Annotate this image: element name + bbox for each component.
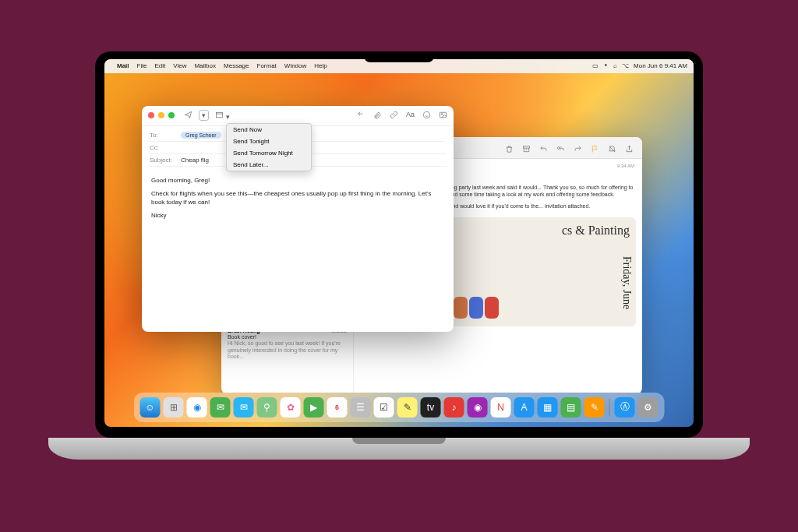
- dock-music[interactable]: ♪: [444, 397, 464, 417]
- dock-calendar[interactable]: 6: [327, 397, 348, 417]
- svg-point-4: [441, 113, 443, 115]
- macbook-frame: Mail File Edit View Mailbox Message Form…: [95, 51, 703, 460]
- send-tomorrow-night-item[interactable]: Send Tomorrow Night: [227, 147, 311, 159]
- reply-icon[interactable]: [539, 143, 549, 152]
- menu-file[interactable]: File: [137, 62, 147, 69]
- display: Mail File Edit View Mailbox Message Form…: [104, 59, 694, 427]
- dock-settings[interactable]: ⚙: [638, 397, 659, 417]
- dock-reminders[interactable]: ☑: [374, 397, 394, 417]
- dock-launchpad[interactable]: ⊞: [164, 397, 184, 417]
- dock-safari[interactable]: ◉: [187, 397, 207, 417]
- dock-finder[interactable]: ☺: [140, 397, 161, 417]
- compose-body[interactable]: Good morning, Greg! Check for flights wh…: [142, 170, 454, 231]
- dock-facetime[interactable]: ▶: [304, 397, 324, 417]
- format-text-icon[interactable]: Aa: [406, 111, 415, 121]
- photo-icon[interactable]: [439, 111, 447, 121]
- window-controls: [148, 112, 175, 118]
- send-later-dropdown-icon[interactable]: ▾: [199, 110, 209, 121]
- compose-window[interactable]: ▾ ▾ Aa Send Now Send Tonight Sen: [142, 106, 454, 332]
- emoji-icon[interactable]: [422, 111, 431, 121]
- dock-mail[interactable]: ✉: [234, 397, 254, 417]
- body-line: Check for flights when you see this—the …: [151, 189, 444, 206]
- dock-keynote[interactable]: ▦: [538, 397, 558, 417]
- laptop-base: [48, 438, 750, 460]
- dock-contacts[interactable]: ☰: [351, 397, 371, 417]
- menubar-app-name[interactable]: Mail: [117, 62, 129, 69]
- reply-format-icon[interactable]: [357, 111, 365, 121]
- menu-message[interactable]: Message: [224, 62, 249, 69]
- menu-edit[interactable]: Edit: [154, 62, 165, 69]
- send-tonight-item[interactable]: Send Tonight: [227, 136, 311, 147]
- cc-label: Cc:: [150, 144, 181, 151]
- subject-field[interactable]: Cheap flig: [181, 157, 209, 164]
- attach-icon[interactable]: [373, 111, 382, 121]
- dock-podcasts[interactable]: ◉: [468, 397, 488, 417]
- reply-all-icon[interactable]: [556, 143, 566, 152]
- dock-messages[interactable]: ✉: [210, 397, 231, 417]
- wifi-icon[interactable]: ⚬: [603, 62, 609, 69]
- mute-icon[interactable]: [608, 143, 617, 152]
- forward-icon[interactable]: [574, 143, 583, 152]
- share-icon[interactable]: [625, 143, 634, 152]
- zoom-button[interactable]: [168, 112, 175, 118]
- cc-field[interactable]: [181, 144, 446, 150]
- dock-separator: [609, 399, 610, 416]
- battery-icon[interactable]: ▭: [592, 62, 598, 69]
- dock: ☺ ⊞ ◉ ✉ ✉ ⚲ ✿ ▶ 6 ☰ ☑ ✎ tv ♪ ◉ N A ▦ ▤ ✎: [134, 393, 665, 422]
- menu-format[interactable]: Format: [257, 62, 277, 69]
- menu-mailbox[interactable]: Mailbox: [194, 62, 216, 69]
- link-icon[interactable]: [390, 111, 398, 121]
- message-timestamp: 9:34 AM: [617, 164, 634, 168]
- dock-tv[interactable]: tv: [421, 397, 441, 417]
- dock-maps[interactable]: ⚲: [257, 397, 277, 417]
- trash-icon[interactable]: [505, 143, 514, 152]
- to-label: To:: [150, 132, 181, 139]
- dock-pages[interactable]: ✎: [584, 397, 605, 417]
- dock-appstore[interactable]: A: [514, 397, 535, 417]
- attachment-date: Friday, June: [620, 256, 633, 309]
- dock-photos[interactable]: ✿: [281, 397, 301, 417]
- minimize-button[interactable]: [158, 112, 164, 118]
- search-icon[interactable]: ⌕: [613, 62, 617, 69]
- menu-help[interactable]: Help: [314, 62, 327, 69]
- send-now-item[interactable]: Send Now: [227, 124, 311, 136]
- menubar-datetime[interactable]: Mon Jun 6 9:41 AM: [634, 62, 687, 69]
- menu-view[interactable]: View: [173, 62, 186, 69]
- subject-label: Subject:: [150, 157, 181, 164]
- archive-icon[interactable]: [522, 143, 531, 152]
- control-center-icon[interactable]: ⌥: [622, 62, 629, 69]
- attachment-title: cs & Painting: [562, 224, 630, 238]
- svg-rect-1: [216, 112, 222, 117]
- body-signature: Nicky: [151, 211, 444, 220]
- body-greeting: Good morning, Greg!: [151, 176, 444, 185]
- svg-point-2: [423, 111, 429, 118]
- svg-rect-0: [523, 146, 529, 148]
- close-button[interactable]: [148, 112, 154, 118]
- header-fields-icon[interactable]: ▾: [215, 111, 230, 121]
- send-schedule-dropdown: Send Now Send Tonight Send Tomorrow Nigh…: [226, 123, 312, 171]
- to-recipient-pill[interactable]: Greg Scheer: [181, 132, 221, 139]
- send-icon[interactable]: [184, 111, 192, 121]
- dock-more[interactable]: Ⓐ: [615, 397, 635, 417]
- screen-bezel: Mail File Edit View Mailbox Message Form…: [95, 51, 703, 438]
- send-later-item[interactable]: Send Later...: [227, 159, 311, 171]
- dock-notes[interactable]: ✎: [397, 397, 418, 417]
- dock-numbers[interactable]: ▤: [561, 397, 581, 417]
- display-notch: [364, 51, 434, 62]
- menu-window[interactable]: Window: [284, 62, 306, 69]
- flag-icon[interactable]: [591, 143, 600, 152]
- dock-news[interactable]: N: [491, 397, 511, 417]
